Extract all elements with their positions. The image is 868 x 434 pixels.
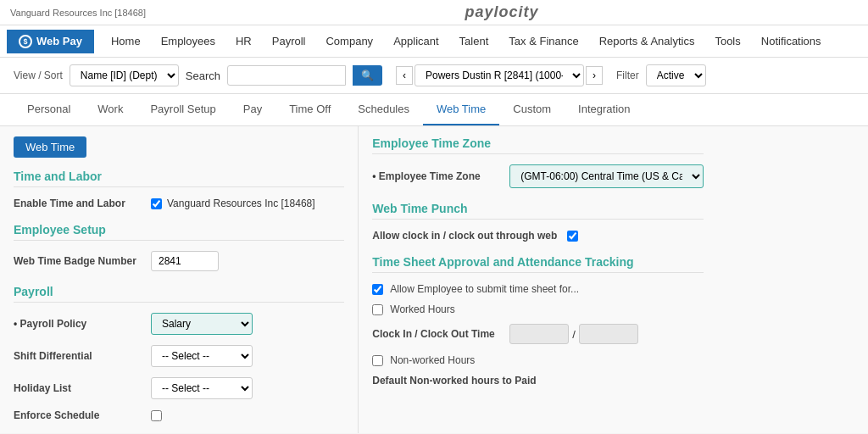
worked-hours-checkbox[interactable] xyxy=(372,304,383,315)
clock-web-label: Allow clock in / clock out through web xyxy=(372,230,557,242)
tab-work[interactable]: Work xyxy=(84,94,136,125)
paylocity-logo: paylocity xyxy=(465,3,538,21)
tab-custom[interactable]: Custom xyxy=(499,94,565,125)
time-separator: / xyxy=(572,328,576,341)
payroll-policy-label: Payroll Policy xyxy=(14,318,141,330)
holiday-list-label: Holiday List xyxy=(14,382,141,394)
employee-select[interactable]: Powers Dustin R [2841] (1000-0... xyxy=(415,64,584,86)
clock-in-out-label: Clock In / Clock Out Time xyxy=(372,328,499,340)
worked-hours-row: Worked Hours xyxy=(372,303,703,315)
filter-label: Filter xyxy=(616,70,639,81)
tz-select[interactable]: (GMT-06:00) Central Time (US & Canada) xyxy=(509,164,703,188)
clock-web-checkbox[interactable] xyxy=(567,231,578,242)
clock-in-input[interactable] xyxy=(509,324,569,344)
tab-bar: Personal Work Payroll Setup Pay Time Off… xyxy=(0,94,868,126)
web-pay-brand[interactable]: $ Web Pay xyxy=(7,30,94,53)
next-employee-button[interactable]: › xyxy=(586,66,603,85)
employee-tz-section: Employee Time Zone Employee Time Zone (G… xyxy=(372,136,703,188)
tab-schedules[interactable]: Schedules xyxy=(344,94,423,125)
nav-talent[interactable]: Talent xyxy=(449,25,499,57)
allow-submit-checkbox[interactable] xyxy=(372,284,383,295)
search-button[interactable]: 🔍 xyxy=(353,65,382,86)
nav-home[interactable]: Home xyxy=(101,25,151,57)
prev-employee-button[interactable]: ‹ xyxy=(396,66,413,85)
search-input[interactable] xyxy=(227,65,346,86)
nav-hr[interactable]: HR xyxy=(225,25,262,57)
time-inputs: / xyxy=(509,324,638,344)
tab-web-time[interactable]: Web Time xyxy=(423,94,499,125)
nav-tools[interactable]: Tools xyxy=(704,25,750,57)
left-column: Web Time Time and Labor Enable Time and … xyxy=(0,126,359,433)
enable-time-labor-row: Enable Time and Labor Vanguard Resources… xyxy=(14,198,344,209)
allow-submit-label: Allow Employee to submit time sheet for.… xyxy=(390,283,579,295)
enable-time-labor-label: Enable Time and Labor xyxy=(14,198,141,209)
web-time-punch-section: Web Time Punch Allow clock in / clock ou… xyxy=(372,202,703,242)
tab-payroll-setup[interactable]: Payroll Setup xyxy=(136,94,229,125)
time-and-labor-section: Time and Labor Enable Time and Labor Van… xyxy=(14,170,344,209)
payroll-policy-row: Payroll Policy Salary xyxy=(14,313,344,335)
nav-items: Home Employees HR Payroll Company Applic… xyxy=(101,25,832,57)
employee-nav: ‹ Powers Dustin R [2841] (1000-0... › xyxy=(396,64,603,86)
payroll-title: Payroll xyxy=(14,285,344,303)
enforce-schedule-label: Enforce Schedule xyxy=(14,409,141,421)
title-bar: Vanguard Resources Inc [18468] paylocity xyxy=(0,0,868,25)
brand-label: Web Pay xyxy=(36,35,82,47)
tab-time-off[interactable]: Time Off xyxy=(275,94,344,125)
shift-differential-label: Shift Differential xyxy=(14,350,141,362)
employee-setup-section: Employee Setup Web Time Badge Number xyxy=(14,223,344,271)
nav-reports[interactable]: Reports & Analytics xyxy=(589,25,705,57)
default-non-worked-label: Default Non-worked hours to Paid xyxy=(372,375,536,387)
shift-differential-row: Shift Differential -- Select -- xyxy=(14,345,344,367)
non-worked-checkbox[interactable] xyxy=(372,355,383,366)
time-and-labor-title: Time and Labor xyxy=(14,170,344,187)
view-sort-select[interactable]: Name [ID] (Dept) xyxy=(70,64,179,86)
worked-hours-label: Worked Hours xyxy=(390,303,454,315)
two-col-layout: Web Time Time and Labor Enable Time and … xyxy=(0,126,717,433)
view-sort-label: View / Sort xyxy=(14,70,63,81)
search-label: Search xyxy=(186,70,220,82)
web-time-punch-title: Web Time Punch xyxy=(372,202,703,220)
filter-select[interactable]: Active xyxy=(646,64,706,86)
enable-time-labor-value: Vanguard Resources Inc [18468] xyxy=(151,198,315,209)
employee-setup-title: Employee Setup xyxy=(14,223,344,241)
nav-notifications[interactable]: Notifications xyxy=(751,25,832,57)
tz-label: Employee Time Zone xyxy=(372,170,499,182)
holiday-list-select[interactable]: -- Select -- xyxy=(151,377,253,399)
enable-time-labor-company: Vanguard Resources Inc [18468] xyxy=(167,198,315,209)
tz-row: Employee Time Zone (GMT-06:00) Central T… xyxy=(372,164,703,188)
right-column: Employee Time Zone Employee Time Zone (G… xyxy=(359,126,716,433)
enforce-schedule-checkbox[interactable] xyxy=(151,410,162,421)
shift-differential-select[interactable]: -- Select -- xyxy=(151,345,253,367)
non-worked-row: Non-worked Hours xyxy=(372,354,703,366)
clock-out-input[interactable] xyxy=(579,324,638,344)
non-worked-label: Non-worked Hours xyxy=(390,354,475,366)
nav-company[interactable]: Company xyxy=(315,25,383,57)
web-time-badge: Web Time xyxy=(14,136,86,158)
brand-icon: $ xyxy=(19,35,32,48)
main-content: Web Time Time and Labor Enable Time and … xyxy=(0,126,868,433)
enable-time-labor-checkbox[interactable] xyxy=(151,198,162,209)
employee-tz-title: Employee Time Zone xyxy=(372,136,703,154)
company-name: Vanguard Resources Inc [18468] xyxy=(10,8,146,18)
nav-bar: $ Web Pay Home Employees HR Payroll Comp… xyxy=(0,25,868,58)
timesheet-approval-section: Time Sheet Approval and Attendance Track… xyxy=(372,255,703,387)
tab-pay[interactable]: Pay xyxy=(230,94,275,125)
nav-tax-finance[interactable]: Tax & Finance xyxy=(498,25,588,57)
holiday-list-row: Holiday List -- Select -- xyxy=(14,377,344,399)
payroll-policy-select[interactable]: Salary xyxy=(151,313,253,335)
search-bar: View / Sort Name [ID] (Dept) Search 🔍 ‹ … xyxy=(0,58,868,94)
allow-submit-row: Allow Employee to submit time sheet for.… xyxy=(372,283,703,295)
nav-employees[interactable]: Employees xyxy=(151,25,225,57)
payroll-section: Payroll Payroll Policy Salary Shift Diff… xyxy=(14,285,344,421)
nav-payroll[interactable]: Payroll xyxy=(262,25,316,57)
clock-web-row: Allow clock in / clock out through web xyxy=(372,230,703,242)
tab-personal[interactable]: Personal xyxy=(14,94,84,125)
timesheet-approval-title: Time Sheet Approval and Attendance Track… xyxy=(372,255,703,273)
badge-number-input[interactable] xyxy=(151,251,219,271)
tab-integration[interactable]: Integration xyxy=(565,94,643,125)
enforce-schedule-row: Enforce Schedule xyxy=(14,409,344,421)
default-non-worked-row: Default Non-worked hours to Paid xyxy=(372,375,703,387)
nav-applicant[interactable]: Applicant xyxy=(383,25,448,57)
clock-in-out-row: Clock In / Clock Out Time / xyxy=(372,324,703,344)
badge-number-row: Web Time Badge Number xyxy=(14,251,344,271)
